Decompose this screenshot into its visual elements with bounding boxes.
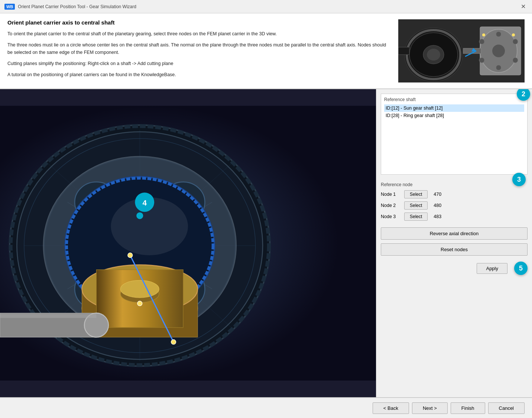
svg-point-11 [496, 65, 501, 70]
svg-point-15 [513, 58, 518, 63]
svg-text:4: 4 [142, 198, 147, 207]
header-section: Orient planet carrier axis to central sh… [0, 13, 532, 89]
header-para-2: The three nodes must lie on a circle who… [7, 41, 391, 56]
reference-shaft-section: Reference shaft ID:[12] - Sun gear shaft… [381, 94, 528, 175]
svg-point-9 [492, 44, 505, 58]
svg-point-20 [512, 33, 515, 36]
cancel-button[interactable]: Cancel [488, 402, 525, 414]
header-para-3: Cutting planes simplify the positioning:… [7, 60, 391, 67]
gear-illustration [398, 19, 525, 82]
svg-point-45 [120, 280, 159, 298]
apply-row: Apply 5 [381, 259, 528, 277]
reverse-axial-button[interactable]: Reverse axial direction [381, 227, 528, 240]
reference-shaft-label: Reference shaft [384, 97, 524, 102]
next-button[interactable]: Next > [412, 402, 448, 414]
wb-logo: WB [4, 4, 15, 10]
svg-point-13 [513, 39, 518, 44]
shaft-item-2[interactable]: ID:[28] - Ring gear shaft [28] [384, 112, 524, 119]
header-description: To orient the planet carrier to the cent… [7, 30, 391, 78]
step-3-circle: 3 [512, 173, 526, 186]
close-button[interactable]: ✕ [519, 2, 528, 11]
header-title: Orient planet carrier axis to central sh… [7, 19, 391, 26]
3d-view: 4 [0, 89, 376, 397]
svg-point-48 [128, 253, 133, 257]
header-text: Orient planet carrier axis to central sh… [7, 19, 391, 82]
svg-point-53 [136, 212, 143, 219]
back-button[interactable]: < Back [373, 402, 409, 414]
header-para-4: A tutorial on the positioning of planet … [7, 71, 391, 78]
node-2-label: Node 2 [381, 203, 401, 208]
node-1-row: Node 1 Select 470 [381, 190, 528, 198]
svg-point-4 [427, 49, 440, 61]
window-title: Orient Planet Carrier Position Tool - Ge… [18, 4, 136, 9]
svg-point-10 [496, 32, 501, 37]
step-2-circle: 2 [517, 89, 530, 101]
main-content: 4 Reference shaft ID:[12] - Sun gear sha… [0, 89, 532, 397]
node-2-value: 480 [434, 203, 441, 208]
step-5-circle: 5 [514, 262, 528, 275]
shaft-list: ID:[12] - Sun gear shaft [12] ID:[28] - … [384, 104, 524, 171]
node-1-value: 470 [434, 192, 441, 197]
svg-rect-56 [0, 314, 96, 318]
svg-point-14 [479, 58, 484, 63]
svg-point-49 [171, 340, 176, 344]
right-panel: Reference shaft ID:[12] - Sun gear shaft… [376, 89, 532, 397]
node-3-select-button[interactable]: Select [404, 213, 428, 221]
shaft-item-1[interactable]: ID:[12] - Sun gear shaft [12] [384, 104, 524, 112]
finish-button[interactable]: Finish [451, 402, 485, 414]
svg-point-12 [479, 39, 484, 44]
reference-node-section: Reference node Node 1 Select 470 Node 2 … [381, 178, 528, 224]
bottom-bar: < Back Next > Finish Cancel [0, 397, 532, 418]
title-bar-left: WB Orient Planet Carrier Position Tool -… [4, 4, 136, 10]
reference-node-label: Reference node [381, 182, 528, 187]
node-3-value: 483 [434, 214, 441, 219]
header-image [398, 19, 525, 82]
svg-point-50 [137, 301, 142, 306]
3d-view-svg: 4 [0, 89, 376, 397]
header-para-1: To orient the planet carrier to the cent… [7, 30, 391, 38]
node-1-select-button[interactable]: Select [404, 190, 428, 198]
reset-nodes-button[interactable]: Reset nodes [381, 243, 528, 256]
node-3-label: Node 3 [381, 214, 401, 219]
svg-rect-6 [398, 47, 409, 55]
node-3-row: Node 3 Select 483 [381, 213, 528, 221]
node-1-label: Node 1 [381, 192, 401, 197]
node-2-select-button[interactable]: Select [404, 201, 428, 210]
svg-point-19 [482, 33, 485, 36]
title-bar: WB Orient Planet Carrier Position Tool -… [0, 0, 532, 13]
apply-button[interactable]: Apply [477, 263, 507, 274]
node-2-row: Node 2 Select 480 [381, 201, 528, 210]
